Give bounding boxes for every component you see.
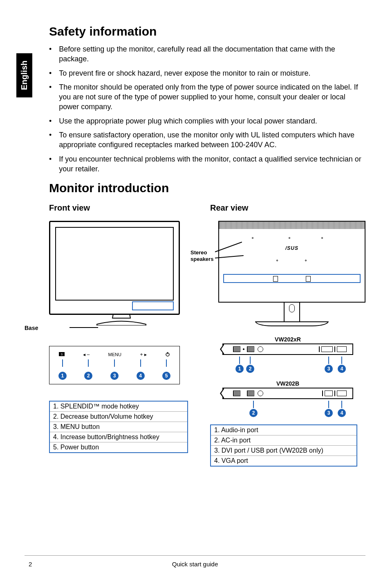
bullet-text: To ensure satisfactory operation, use th… [59,130,365,150]
rear-callout-3: 3 [325,365,333,373]
power-icon [165,352,170,358]
ac-in-port-icon [247,346,254,352]
front-view-heading: Front view [49,203,194,213]
rear-view-heading: Rear view [210,203,365,213]
ac-in-port-icon [247,391,254,396]
bullet-text: If you encounter technical problems with… [59,154,365,174]
rear-callout-2b: 2 [249,409,258,417]
rear-callout-1: 1 [235,365,244,373]
footer-text: Quick start guide [25,555,365,568]
bullet-text: To prevent fire or shock hazard, never e… [59,68,310,78]
legend-item: 3. MENU button [50,422,187,432]
monitor-front-illustration [49,221,180,315]
legend-item: 3. DVI port / USB port (VW202B only) [211,446,356,456]
port-panel-label: VW202B [222,380,353,387]
callout-3: 3 [110,372,119,380]
base-leader-line [69,327,98,328]
callout-5: 5 [162,372,170,380]
safety-list: •Before setting up the monitor, carefull… [49,44,365,174]
splendid-icon: S [59,352,65,357]
vga-port-icon [337,346,347,352]
monitor-stand-icon [93,314,150,325]
port-icon [258,346,263,352]
button-bar-highlight [132,301,174,310]
bullet-text: Use the appropriate power plug which com… [59,116,317,126]
rear-callout-3b: 3 [325,409,333,417]
callout-2: 2 [84,372,92,380]
rear-callout-2: 2 [246,365,254,373]
bullet-text: Before setting up the monitor, carefully… [59,44,365,64]
dvi-port-icon [321,346,333,352]
port-panel-label: VW202xR [222,336,353,343]
rear-legend: 1. Audio-in port 2. AC-in port 3. DVI po… [210,424,357,467]
increase-icon: + ▸ [140,352,146,357]
language-tab: English [16,53,32,97]
legend-item: 4. VGA port [211,456,356,466]
menu-button-label: MENU [108,352,121,357]
vga-port-icon [337,391,347,396]
rear-callout-4b: 4 [338,409,346,417]
heading-safety: Safety information [49,25,365,38]
legend-item: 2. AC-in port [211,435,356,446]
bullet-text: The monitor should be operated only from… [59,82,365,112]
bullet-dot: • [49,116,52,126]
bullet-dot: • [49,154,52,174]
usb-port-icon [325,391,333,396]
port-icon [233,391,240,396]
bullet-dot: • [49,82,52,112]
legend-item: 1. Audio-in port [211,425,356,435]
stereo-speakers-label: Stereospeakers [191,249,213,262]
decrease-icon: ◂ – [83,352,90,357]
asus-logo: /SUS [285,245,298,251]
heading-intro: Monitor introduction [49,181,365,195]
base-label: Base [25,325,38,331]
callout-1: 1 [58,372,67,380]
legend-item: 1. SPLENDID™ mode hotkey [50,402,187,412]
legend-item: 5. Power button [50,442,187,452]
bullet-dot: • [49,44,52,64]
port-icon [258,391,263,396]
front-buttons-panel: S ◂ – MENU + ▸ 1 2 3 4 [49,346,180,384]
legend-item: 4. Increase button/Brightness hotkey [50,432,187,442]
legend-item: 2. Decrease button/Volume hotkey [50,412,187,422]
callout-4: 4 [137,372,145,380]
bullet-dot: • [49,68,52,78]
rear-ports-highlight [223,274,361,283]
rear-callout-4: 4 [338,365,346,373]
svg-text:S: S [61,353,63,356]
front-legend: 1. SPLENDID™ mode hotkey 2. Decrease but… [49,401,188,453]
bullet-dot: • [49,130,52,150]
audio-in-port-icon [233,346,240,352]
monitor-rear-illustration: /SUS Stereospeakers [218,221,365,326]
port-panel-vw202b: VW202B [222,380,353,417]
port-panel-vw202xr: VW202xR [222,336,353,373]
